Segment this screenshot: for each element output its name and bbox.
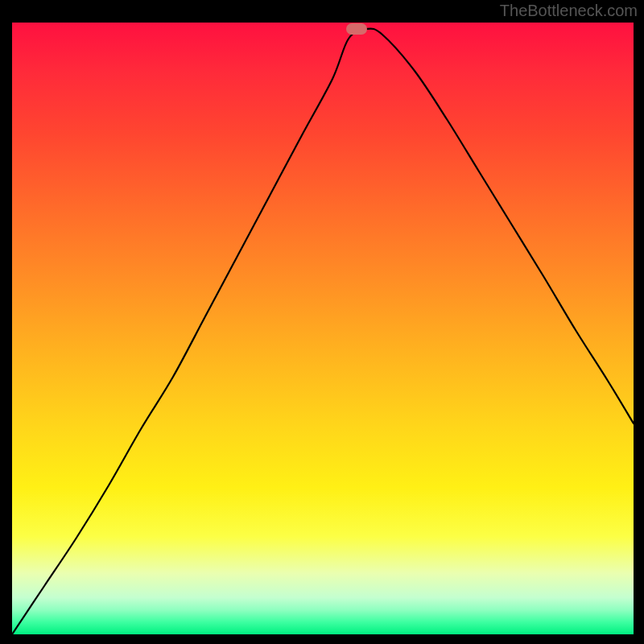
optimal-point-marker [346,23,367,35]
attribution-text: TheBottleneck.com [500,2,638,20]
bottleneck-curve-path [12,29,634,634]
chart-plot-area [12,23,634,634]
chart-curve-svg [12,23,634,634]
